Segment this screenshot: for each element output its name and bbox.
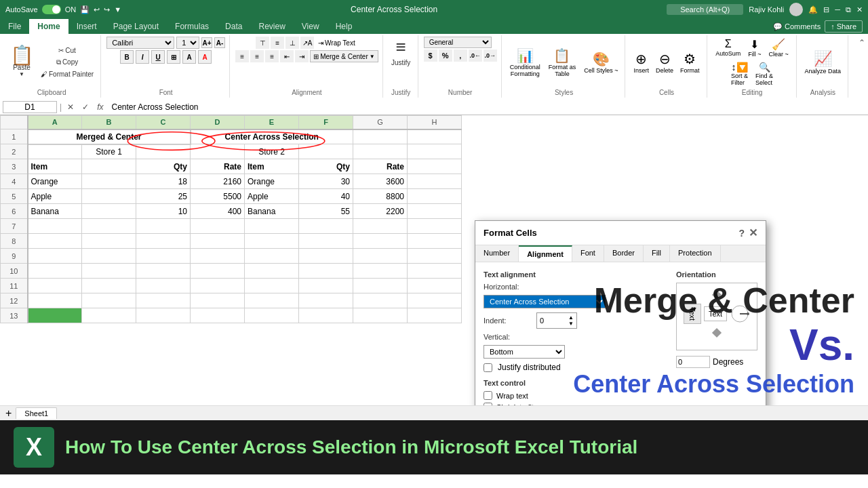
col-header-g[interactable]: G: [353, 116, 408, 129]
cell-d2[interactable]: [191, 144, 245, 159]
cell-g3[interactable]: Rate: [353, 159, 408, 174]
cell-g1[interactable]: [353, 129, 408, 144]
cell-e6[interactable]: Banana: [245, 204, 299, 219]
col-header-b[interactable]: B: [82, 116, 136, 129]
dialog-tab-number[interactable]: Number: [475, 245, 519, 262]
tab-file[interactable]: File: [0, 19, 29, 34]
cell-d6[interactable]: 400: [191, 204, 245, 219]
merge-center-button[interactable]: ⊞ Merge & Center ▼: [310, 50, 378, 62]
bell-icon[interactable]: 🔔: [808, 5, 818, 14]
col-header-e[interactable]: E: [245, 116, 299, 129]
col-header-h[interactable]: H: [408, 116, 462, 129]
cell-a2[interactable]: [28, 144, 82, 159]
align-top-button[interactable]: ⊤: [256, 37, 269, 49]
decrease-indent-button[interactable]: ⇤: [280, 50, 294, 62]
increase-indent-button[interactable]: ⇥: [295, 50, 309, 62]
cell-e4[interactable]: Orange: [245, 174, 299, 189]
align-left-button[interactable]: ≡: [235, 50, 249, 62]
cell-b3[interactable]: [82, 159, 136, 174]
cell-h2[interactable]: [408, 144, 462, 159]
cell-h5[interactable]: [408, 189, 462, 204]
indent-box[interactable]: 0 ▲ ▼: [536, 312, 577, 329]
underline-button[interactable]: U: [151, 50, 165, 64]
cell-b5[interactable]: [82, 189, 136, 204]
indent-up[interactable]: ▲: [568, 314, 574, 321]
border-button[interactable]: ⊞: [167, 50, 180, 64]
font-name-select[interactable]: Calibri: [106, 37, 174, 49]
comments-btn[interactable]: 💬 Comments: [773, 22, 821, 31]
customize-icon[interactable]: ▼: [114, 5, 121, 14]
paste-button[interactable]: 📋 Paste ▼: [7, 46, 37, 79]
cell-c6[interactable]: 10: [136, 204, 191, 219]
analyze-data-button[interactable]: 📈 Analyze Data: [802, 49, 844, 76]
cell-h1[interactable]: [408, 129, 462, 144]
confirm-formula-button[interactable]: ✓: [79, 102, 92, 112]
col-header-c[interactable]: C: [136, 116, 191, 129]
undo-icon[interactable]: ↩: [94, 5, 100, 14]
text-orient-button[interactable]: ↗A: [300, 37, 314, 49]
share-btn[interactable]: ↑ Share: [825, 20, 863, 33]
justify-distributed-checkbox[interactable]: [484, 363, 492, 372]
cell-a4[interactable]: Orange: [28, 174, 82, 189]
cell-b2[interactable]: Store 1: [82, 144, 136, 159]
restore-icon[interactable]: ⧉: [846, 5, 851, 14]
cell-g2[interactable]: [353, 144, 408, 159]
number-format-select[interactable]: General: [424, 37, 492, 48]
tab-home[interactable]: Home: [29, 19, 68, 34]
dialog-help-button[interactable]: ?: [738, 228, 745, 239]
cell-a5[interactable]: Apple: [28, 189, 82, 204]
add-sheet-button[interactable]: +: [3, 407, 14, 420]
find-select-button[interactable]: 🔍 Find &Select: [753, 60, 776, 87]
cell-d4[interactable]: 2160: [191, 174, 245, 189]
cancel-formula-button[interactable]: ✕: [64, 102, 77, 112]
align-right-button[interactable]: ≡: [265, 50, 279, 62]
ribbon-collapse-btn[interactable]: ⌃: [859, 35, 865, 98]
insert-function-button[interactable]: fx: [94, 102, 106, 112]
cell-g4[interactable]: 3600: [353, 174, 408, 189]
sort-filter-button[interactable]: ↕🔽 Sort &Filter: [728, 60, 751, 87]
wrap-text-checkbox[interactable]: [484, 391, 492, 400]
tab-formulas[interactable]: Formulas: [167, 19, 217, 34]
indent-down[interactable]: ▼: [568, 321, 574, 327]
cell-g6[interactable]: 2200: [353, 204, 408, 219]
cell-c3[interactable]: Qty: [136, 159, 191, 174]
dialog-close-button[interactable]: ✕: [749, 226, 757, 239]
cell-a1[interactable]: Merged & Center: [28, 129, 191, 144]
autosave-toggle[interactable]: [42, 5, 61, 14]
font-decrease-button[interactable]: A-: [214, 37, 225, 48]
dialog-tab-font[interactable]: Font: [572, 245, 604, 262]
align-bottom-button[interactable]: ⊥: [285, 37, 299, 49]
delete-button[interactable]: ⊖ Delete: [653, 49, 676, 75]
cell-h6[interactable]: [408, 204, 462, 219]
cell-c2[interactable]: [136, 144, 191, 159]
font-color-button[interactable]: A: [198, 50, 212, 64]
horizontal-select[interactable]: Center Across Selection: [484, 295, 606, 308]
dialog-tab-alignment[interactable]: Alignment: [519, 245, 572, 262]
dialog-tab-border[interactable]: Border: [604, 245, 644, 262]
cell-f4[interactable]: 30: [299, 174, 353, 189]
insert-button[interactable]: ⊕ Insert: [631, 49, 652, 75]
format-button[interactable]: ⚙ Format: [677, 49, 703, 75]
conditional-formatting-button[interactable]: 📊 ConditionalFormatting: [507, 46, 543, 79]
close-icon[interactable]: ✕: [856, 5, 863, 14]
cell-b6[interactable]: [82, 204, 136, 219]
cell-d3[interactable]: Rate: [191, 159, 245, 174]
cell-e3[interactable]: Item: [245, 159, 299, 174]
cell-h4[interactable]: [408, 174, 462, 189]
dialog-tab-fill[interactable]: Fill: [644, 245, 670, 262]
tab-data[interactable]: Data: [217, 19, 250, 34]
clear-button[interactable]: 🧹 Clear ~: [766, 37, 791, 59]
cell-e5[interactable]: Apple: [245, 189, 299, 204]
degrees-input[interactable]: [676, 356, 710, 368]
tab-help[interactable]: Help: [328, 19, 361, 34]
name-box[interactable]: [3, 101, 57, 113]
formula-input[interactable]: [108, 102, 865, 113]
tab-view[interactable]: View: [294, 19, 328, 34]
save-icon[interactable]: 💾: [80, 5, 90, 14]
italic-button[interactable]: I: [136, 50, 149, 64]
highlight-button[interactable]: A: [182, 50, 196, 64]
cut-button[interactable]: ✂ Cut: [38, 45, 96, 56]
vertical-select[interactable]: Bottom: [484, 345, 565, 359]
bold-button[interactable]: B: [120, 50, 134, 64]
cell-f6[interactable]: 55: [299, 204, 353, 219]
